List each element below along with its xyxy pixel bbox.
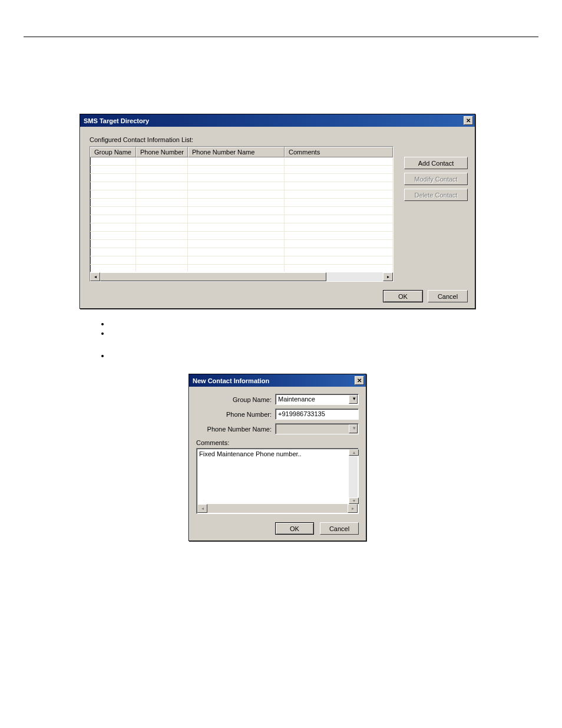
- scroll-up-icon[interactable]: ▴: [349, 449, 359, 456]
- window-title: New Contact Information: [193, 377, 269, 384]
- window-titlebar: SMS Target Directory ✕: [80, 114, 475, 127]
- scrollbar-thumb[interactable]: [100, 272, 326, 281]
- page-header-rule: [24, 37, 538, 37]
- scroll-right-icon[interactable]: ▸: [383, 272, 393, 281]
- comments-textarea[interactable]: Fixed Maintenance Phone number.. ▴ ▾ ◂ ▸: [196, 448, 359, 514]
- col-group-name[interactable]: Group Name: [90, 147, 136, 157]
- add-contact-button[interactable]: Add Contact: [404, 157, 468, 169]
- contact-list-grid[interactable]: Group Name Phone Number Phone Number Nam…: [90, 146, 394, 282]
- cancel-button[interactable]: Cancel: [320, 522, 359, 535]
- horizontal-scrollbar[interactable]: ◂ ▸: [197, 504, 358, 513]
- window-titlebar: New Contact Information ✕: [189, 374, 366, 387]
- window-title: SMS Target Directory: [84, 117, 149, 124]
- close-icon[interactable]: ✕: [464, 116, 473, 125]
- scroll-left-icon[interactable]: ◂: [90, 272, 100, 281]
- comments-text: Fixed Maintenance Phone number..: [199, 450, 302, 457]
- col-comments[interactable]: Comments: [285, 147, 393, 157]
- bullet-list: [86, 319, 538, 360]
- scroll-left-icon[interactable]: ◂: [197, 504, 207, 513]
- grid-header: Group Name Phone Number Phone Number Nam…: [90, 147, 393, 157]
- phone-number-name-combo: [275, 423, 359, 434]
- cancel-button[interactable]: Cancel: [428, 290, 468, 302]
- contact-list-label: Configured Contact Information List:: [90, 136, 468, 143]
- vertical-scrollbar[interactable]: ▴ ▾: [349, 449, 358, 504]
- ok-button[interactable]: OK: [275, 522, 314, 535]
- sms-target-directory-window: SMS Target Directory ✕ Configured Contac…: [80, 114, 475, 309]
- ok-button[interactable]: OK: [383, 290, 423, 302]
- modify-contact-button: Modify Contact: [404, 173, 468, 185]
- scroll-down-icon[interactable]: ▾: [349, 498, 359, 504]
- col-phone-number-name[interactable]: Phone Number Name: [188, 147, 285, 157]
- group-name-label: Group Name:: [196, 396, 275, 403]
- group-name-combo[interactable]: Maintenance: [275, 394, 359, 405]
- grid-body: [90, 157, 393, 272]
- col-phone-number[interactable]: Phone Number: [136, 147, 188, 157]
- list-item: [110, 319, 538, 328]
- horizontal-scrollbar[interactable]: ◂ ▸: [90, 272, 393, 281]
- comments-label: Comments:: [196, 439, 359, 446]
- phone-number-name-label: Phone Number Name:: [196, 426, 275, 433]
- list-item: [110, 351, 538, 360]
- delete-contact-button: Delete Contact: [404, 189, 468, 201]
- new-contact-information-window: New Contact Information ✕ Group Name: Ma…: [189, 374, 366, 541]
- phone-number-label: Phone Number:: [196, 411, 275, 418]
- scroll-right-icon[interactable]: ▸: [348, 504, 358, 513]
- list-item: [110, 329, 538, 337]
- phone-number-input[interactable]: +919986733135: [275, 409, 359, 420]
- close-icon[interactable]: ✕: [355, 376, 364, 385]
